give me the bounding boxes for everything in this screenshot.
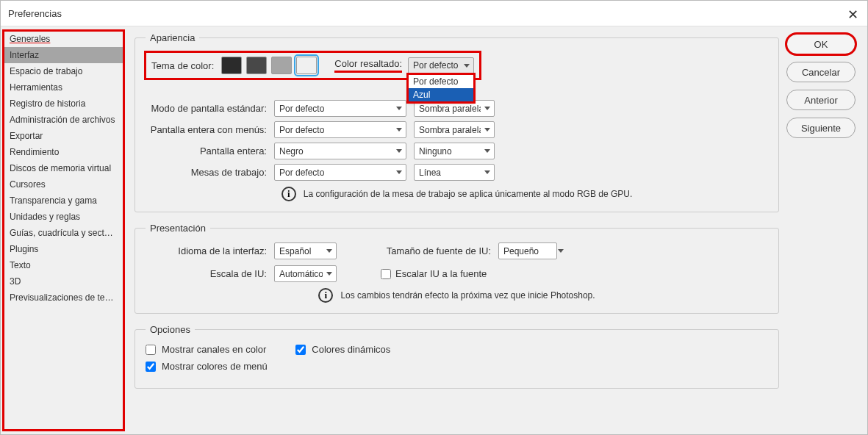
theme-swatch-1[interactable] [246, 57, 267, 74]
color-theme-label: Tema de color: [151, 60, 214, 71]
sidebar-item-interfaz[interactable]: Interfaz [4, 47, 123, 63]
options-legend: Opciones [146, 324, 195, 335]
dialog-buttons: OK Cancelar Anterior Siguiente [786, 26, 867, 434]
screen-mode-label: Modo de pantalla estándar: [151, 103, 267, 114]
titlebar: Preferencias ✕ [1, 1, 867, 26]
presentation-legend: Presentación [146, 223, 210, 234]
screen-mode-border-select[interactable]: Ninguno [414, 143, 495, 159]
sidebar-item-previsualizaciones-de-tecnolog-a[interactable]: Previsualizaciones de tecnología [4, 290, 123, 306]
artboard-info: i La configuración de la mesa de trabajo… [146, 187, 768, 201]
screen-mode-color-select[interactable]: Por defecto [274, 164, 406, 181]
scale-to-font-label: Escalar IU a la fuente [395, 268, 487, 279]
show-menu-colors-checkbox[interactable] [146, 362, 156, 372]
sidebar-item-rendimiento[interactable]: Rendimiento [4, 144, 123, 160]
highlight-color-label: Color resaltado: [334, 58, 402, 73]
prev-button[interactable]: Anterior [786, 90, 856, 110]
sidebar-item-registro-de-historia[interactable]: Registro de historia [4, 96, 123, 112]
sidebar-item-discos-de-memoria-virtual[interactable]: Discos de memoria virtual [4, 160, 123, 176]
sidebar-item-plugins[interactable]: Plugins [4, 241, 123, 257]
screen-mode-border-select[interactable]: Línea [414, 164, 495, 181]
screen-mode-color-select[interactable]: Por defecto [274, 100, 406, 117]
presentation-group: Presentación Idioma de la interfaz: Espa… [134, 223, 779, 314]
screen-mode-row-3: Mesas de trabajo:Por defectoLínea [146, 164, 768, 181]
options-group: Opciones Mostrar canales en color Colore… [134, 324, 779, 389]
sidebar-item-transparencia-y-gama[interactable]: Transparencia y gama [4, 193, 123, 209]
screen-mode-border-select[interactable]: Sombra paralela [414, 100, 495, 117]
show-channels-label: Mostrar canales en color [162, 344, 266, 355]
font-size-select[interactable]: Pequeño [498, 242, 557, 259]
show-menu-colors-label: Mostrar colores de menú [162, 361, 268, 372]
highlight-color-select[interactable]: Por defecto [408, 57, 474, 74]
ui-scale-label: Escala de IU: [146, 268, 267, 279]
restart-info: i Los cambios tendrán efecto la próxima … [146, 288, 768, 303]
dynamic-colors-label: Colores dinámicos [312, 344, 390, 355]
sidebar-item-generales[interactable]: Generales [4, 31, 123, 47]
sidebar-item-exportar[interactable]: Exportar [4, 128, 123, 144]
appearance-legend: Apariencia [146, 32, 199, 43]
info-icon: i [281, 187, 296, 201]
ui-scale-select[interactable]: Automático [274, 265, 337, 282]
ok-button[interactable]: OK [786, 34, 856, 54]
language-select[interactable]: Español [274, 242, 337, 259]
screen-mode-row-2: Pantalla entera:NegroNinguno [146, 143, 768, 159]
sidebar: GeneralesInterfazEspacio de trabajoHerra… [3, 30, 124, 431]
content-area: Apariencia Tema de color: Color resaltad… [124, 26, 786, 434]
close-icon[interactable]: ✕ [847, 7, 858, 23]
next-button[interactable]: Siguiente [786, 118, 856, 138]
screen-mode-color-select[interactable]: Negro [274, 143, 406, 159]
sidebar-item-texto[interactable]: Texto [4, 257, 123, 273]
restart-info-text: Los cambios tendrán efecto la próxima ve… [340, 290, 595, 301]
sidebar-item-espacio-de-trabajo[interactable]: Espacio de trabajo [4, 63, 123, 79]
info-icon: i [318, 288, 333, 303]
preferences-dialog: Preferencias ✕ GeneralesInterfazEspacio … [0, 0, 868, 435]
option-azul[interactable]: Azul [409, 88, 473, 101]
option-por-defecto[interactable]: Por defecto [409, 75, 473, 88]
screen-mode-label: Mesas de trabajo: [191, 167, 267, 178]
sidebar-item-gu-as-cuadr-cula-y-sectores[interactable]: Guías, cuadrícula y sectores [4, 225, 123, 241]
appearance-group: Apariencia Tema de color: Color resaltad… [134, 32, 779, 212]
dialog-title: Preferencias [8, 8, 62, 19]
screen-mode-label: Pantalla entera con menús: [151, 124, 267, 135]
language-label: Idioma de la interfaz: [146, 245, 267, 256]
screen-mode-row-0: Modo de pantalla estándar:Por defectoSom… [146, 100, 768, 117]
theme-swatch-0[interactable] [221, 57, 242, 74]
scale-to-font-checkbox[interactable] [381, 269, 391, 279]
font-size-label: Tamaño de fuente de IU: [381, 245, 491, 256]
color-theme-swatches [221, 57, 317, 74]
sidebar-item-unidades-y-reglas[interactable]: Unidades y reglas [4, 209, 123, 225]
highlight-color-options: Por defecto Azul [408, 74, 474, 102]
theme-swatch-2[interactable] [271, 57, 292, 74]
sidebar-item-cursores[interactable]: Cursores [4, 176, 123, 193]
screen-mode-color-select[interactable]: Por defecto [274, 121, 406, 138]
screen-mode-row-1: Pantalla entera con menús:Por defectoSom… [146, 121, 768, 138]
show-channels-checkbox[interactable] [146, 345, 156, 355]
sidebar-item-3d[interactable]: 3D [4, 273, 123, 290]
theme-swatch-3[interactable] [296, 57, 317, 74]
dynamic-colors-checkbox[interactable] [295, 345, 306, 355]
screen-mode-border-select[interactable]: Sombra paralela [414, 121, 495, 138]
artboard-info-text: La configuración de la mesa de trabajo s… [304, 189, 633, 199]
sidebar-item-administraci-n-de-archivos[interactable]: Administración de archivos [4, 112, 123, 128]
screen-mode-label: Pantalla entera: [200, 145, 267, 157]
cancel-button[interactable]: Cancelar [786, 62, 856, 82]
sidebar-item-herramientas[interactable]: Herramientas [4, 79, 123, 96]
highlight-color-value: Por defecto [413, 60, 458, 71]
